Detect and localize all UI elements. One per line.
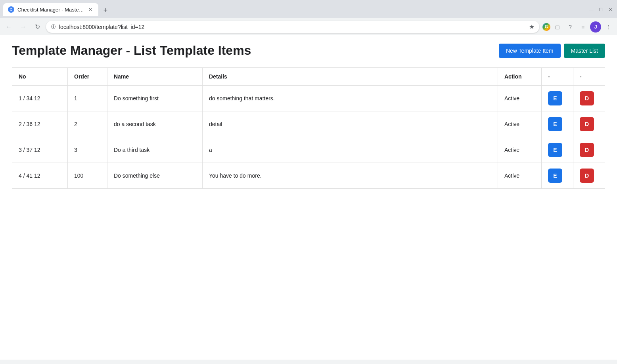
page-content: Template Manager - List Template Items N…	[0, 35, 617, 360]
cell-details: do something that matters.	[203, 86, 498, 111]
table-row: 3 / 37 123Do a third taskaActiveED	[12, 137, 605, 163]
settings-icon[interactable]: ≡	[577, 21, 588, 33]
back-button[interactable]: ←	[3, 21, 14, 33]
delete-button[interactable]: D	[580, 117, 594, 131]
help-icon[interactable]: ?	[565, 21, 576, 33]
toolbar-icons: G ◻ ? ≡ J ⋮	[542, 21, 614, 33]
col-header-name: Name	[107, 68, 203, 86]
menu-icon[interactable]: ⋮	[603, 21, 614, 33]
table-header-row: No Order Name Details Action - -	[12, 68, 605, 86]
edit-button[interactable]: E	[548, 91, 562, 105]
col-header-edit: -	[542, 68, 573, 86]
tab-bar: C Checklist Manager - MasterList ✕ +	[3, 3, 111, 16]
table-row: 4 / 41 12100Do something elseYou have to…	[12, 163, 605, 189]
cell-details: detail	[203, 111, 498, 137]
page-title: Template Manager - List Template Items	[12, 43, 251, 58]
delete-button[interactable]: D	[580, 169, 594, 183]
url-display: localhost:8000/template?list_id=12	[59, 24, 526, 30]
minimize-button[interactable]: —	[588, 6, 595, 13]
cell-no: 3 / 37 12	[12, 137, 68, 163]
cell-edit: E	[542, 111, 573, 137]
title-bar: C Checklist Manager - MasterList ✕ + — ☐…	[3, 3, 614, 16]
page-header: Template Manager - List Template Items N…	[12, 43, 605, 58]
browser-chrome: C Checklist Manager - MasterList ✕ + — ☐…	[0, 0, 617, 18]
google-account-icon[interactable]: G	[542, 23, 550, 31]
cell-edit: E	[542, 137, 573, 163]
edit-button[interactable]: E	[548, 117, 562, 131]
cell-action: Active	[498, 137, 542, 163]
table-body: 1 / 34 121Do something firstdo something…	[12, 86, 605, 189]
cell-details: You have to do more.	[203, 163, 498, 189]
cell-order: 2	[68, 111, 107, 137]
cell-edit: E	[542, 86, 573, 111]
master-list-button[interactable]: Master List	[564, 44, 605, 58]
new-tab-button[interactable]: +	[100, 5, 111, 16]
new-template-item-button[interactable]: New Template Item	[499, 44, 561, 58]
delete-button[interactable]: D	[580, 143, 594, 157]
cell-name: Do a third task	[107, 137, 203, 163]
cell-no: 4 / 41 12	[12, 163, 68, 189]
cell-edit: E	[542, 163, 573, 189]
reload-button[interactable]: ↻	[32, 21, 43, 33]
cell-order: 100	[68, 163, 107, 189]
cell-order: 3	[68, 137, 107, 163]
profile-avatar[interactable]: J	[590, 21, 601, 33]
lock-icon: 🛈	[51, 24, 56, 30]
address-bar[interactable]: 🛈 localhost:8000/template?list_id=12 ★	[46, 21, 539, 33]
cell-no: 2 / 36 12	[12, 111, 68, 137]
edit-button[interactable]: E	[548, 143, 562, 157]
table-row: 1 / 34 121Do something firstdo something…	[12, 86, 605, 111]
items-table: No Order Name Details Action - - 1 / 34 …	[12, 67, 605, 189]
window-controls: — ☐ ✕	[588, 6, 614, 13]
tab-favicon: C	[8, 6, 14, 13]
cell-delete: D	[573, 163, 605, 189]
maximize-button[interactable]: ☐	[597, 6, 604, 13]
forward-button[interactable]: →	[17, 21, 29, 33]
cell-name: Do something first	[107, 86, 203, 111]
col-header-no: No	[12, 68, 68, 86]
address-bar-row: ← → ↻ 🛈 localhost:8000/template?list_id=…	[0, 18, 617, 35]
bookmark-icon[interactable]: ★	[529, 23, 535, 31]
cell-action: Active	[498, 86, 542, 111]
col-header-order: Order	[68, 68, 107, 86]
cell-action: Active	[498, 163, 542, 189]
extensions-icon[interactable]: ◻	[552, 21, 563, 33]
cell-delete: D	[573, 111, 605, 137]
col-header-action: Action	[498, 68, 542, 86]
edit-button[interactable]: E	[548, 169, 562, 183]
cell-details: a	[203, 137, 498, 163]
col-header-delete: -	[573, 68, 605, 86]
close-button[interactable]: ✕	[607, 6, 614, 13]
cell-delete: D	[573, 137, 605, 163]
tab-title: Checklist Manager - MasterList	[17, 7, 84, 13]
col-header-details: Details	[203, 68, 498, 86]
cell-name: Do something else	[107, 163, 203, 189]
header-buttons: New Template Item Master List	[499, 44, 605, 58]
tab-close-button[interactable]: ✕	[87, 6, 94, 13]
table-header: No Order Name Details Action - -	[12, 68, 605, 86]
browser-tab[interactable]: C Checklist Manager - MasterList ✕	[3, 3, 98, 16]
table-row: 2 / 36 122do a second taskdetailActiveED	[12, 111, 605, 137]
cell-action: Active	[498, 111, 542, 137]
cell-order: 1	[68, 86, 107, 111]
cell-name: do a second task	[107, 111, 203, 137]
cell-delete: D	[573, 86, 605, 111]
cell-no: 1 / 34 12	[12, 86, 68, 111]
delete-button[interactable]: D	[580, 91, 594, 105]
